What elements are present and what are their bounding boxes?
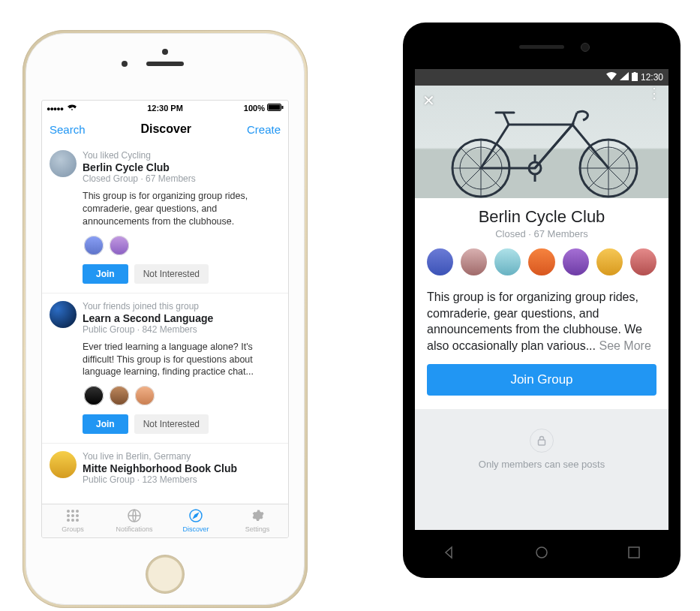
join-button-container: Join Group [415,354,668,409]
tab-label: Settings [245,525,270,533]
bicycle-illustration [415,95,668,200]
wifi-icon [606,72,617,83]
nav-search-link[interactable]: Search [50,123,86,136]
svg-rect-14 [632,73,638,81]
tab-notifications[interactable]: Notifications [104,504,165,537]
android-screen: 12:30 ✕ ⋮ [415,69,668,530]
recommendation-reason: You live in Berlin, Germany [83,451,281,462]
member-avatar[interactable] [427,248,453,275]
tab-settings[interactable]: Settings [227,504,288,537]
ios-status-bar: ●●●●● 12:30 PM 100% [42,101,288,116]
member-avatar[interactable] [528,248,554,275]
cell-signal-icon [620,72,629,83]
lock-icon [530,429,554,453]
grid-icon [66,509,80,525]
group-avatar [50,301,77,328]
globe-icon [128,509,141,525]
join-button[interactable]: Join [83,414,128,434]
compass-icon [189,509,203,525]
member-avatars [427,248,656,275]
group-card[interactable]: You liked Cycling Berlin Cycle Club Clos… [42,143,288,293]
group-avatar [50,150,77,177]
svg-point-5 [76,510,79,513]
group-title: Berlin Cycle Club [427,207,656,227]
svg-point-3 [67,510,70,513]
battery-icon [632,72,638,83]
member-avatar[interactable] [494,248,521,275]
proximity-sensor [162,49,168,55]
status-time: 12:30 [641,72,663,83]
group-name[interactable]: Berlin Cycle Club [83,161,281,173]
android-speaker [519,45,564,49]
gear-icon [251,509,264,525]
iphone-speaker [146,62,184,66]
tab-discover[interactable]: Discover [165,504,227,537]
svg-point-8 [76,514,79,517]
iphone-bezel: ●●●●● 12:30 PM 100% Search [26,33,305,605]
iphone-screen: ●●●●● 12:30 PM 100% Search [41,100,289,538]
tab-label: Groups [62,525,84,533]
svg-point-11 [76,519,79,522]
group-meta: Public Group · 842 Members [83,324,281,335]
back-key-icon[interactable] [442,545,457,563]
member-avatar [83,234,105,257]
group-description: This group is for organizing group rides… [415,289,668,354]
group-meta: Closed · 67 Members [427,228,656,239]
join-group-button[interactable]: Join Group [427,364,656,396]
home-key-icon[interactable] [534,545,549,563]
status-time: 12:30 PM [42,104,288,113]
member-avatar[interactable] [596,248,623,275]
svg-rect-31 [629,547,639,558]
nav-title: Discover [140,122,191,136]
iphone-front-camera [122,61,128,67]
member-avatar[interactable] [461,248,487,275]
recommendation-reason: Your friends joined this group [83,301,281,312]
home-button[interactable] [146,555,185,594]
svg-rect-29 [539,440,545,445]
android-front-camera [581,43,590,52]
recent-key-icon[interactable] [626,545,641,563]
ios-nav-bar: Search Discover Create [42,116,288,143]
nav-create-link[interactable]: Create [247,123,281,136]
group-description: Ever tried learning a language alone? It… [83,341,281,379]
member-avatar [108,384,131,407]
join-button[interactable]: Join [83,264,128,284]
group-description: This group is for organizing group rides… [83,190,281,228]
recommendation-reason: You liked Cycling [83,150,281,161]
not-interested-button[interactable]: Not Interested [134,414,209,434]
android-soft-keys [403,530,680,578]
svg-point-7 [71,514,74,517]
svg-rect-15 [633,72,635,74]
member-avatar [83,384,105,407]
member-avatar [108,234,131,257]
group-card[interactable]: You live in Berlin, Germany Mitte Neighb… [42,444,288,500]
group-cover-photo: ✕ ⋮ [415,86,668,198]
member-avatar[interactable] [563,248,589,275]
group-avatar [50,451,77,478]
svg-point-9 [67,519,70,522]
group-card[interactable]: Your friends joined this group Learn a S… [42,293,288,444]
tab-label: Discover [182,525,209,533]
android-device-frame: 12:30 ✕ ⋮ [403,23,680,578]
svg-point-10 [71,519,74,522]
svg-point-30 [536,547,547,558]
group-meta: Closed Group · 67 Members [83,173,281,184]
member-avatars [83,234,281,257]
svg-point-6 [67,514,70,517]
member-avatar [134,384,156,407]
group-meta: Public Group · 123 Members [83,474,281,485]
android-status-bar: 12:30 [415,69,668,86]
tab-label: Notifications [116,525,152,533]
discover-feed[interactable]: You liked Cycling Berlin Cycle Club Clos… [42,143,288,504]
private-posts-notice: Only members can see posts [415,409,668,489]
member-avatar[interactable] [630,248,656,275]
iphone-device-frame: ●●●●● 12:30 PM 100% Search [23,30,308,608]
tab-groups[interactable]: Groups [42,504,104,537]
group-name[interactable]: Learn a Second Language [83,312,281,324]
group-name[interactable]: Mitte Neighborhood Book Club [83,462,281,474]
not-interested-button[interactable]: Not Interested [134,264,209,284]
ios-tab-bar: Groups Notifications Discover [42,504,288,537]
private-posts-label: Only members can see posts [415,459,668,470]
svg-point-4 [71,510,74,513]
see-more-link[interactable]: See More [599,339,650,352]
